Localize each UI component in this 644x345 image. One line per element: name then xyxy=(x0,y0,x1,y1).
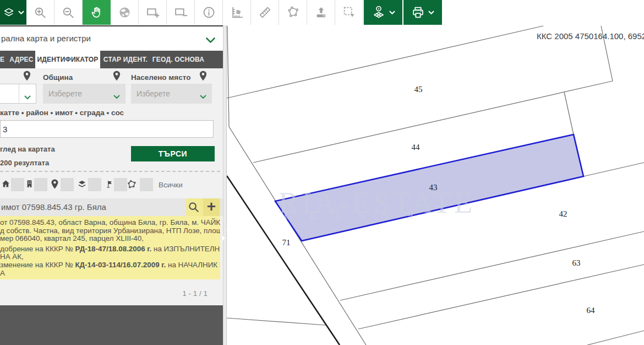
info-line: А xyxy=(0,269,220,278)
area-ruler-icon xyxy=(230,6,244,19)
result-row[interactable]: имот 07598.845.43 гр. Бяла + xyxy=(0,198,223,216)
parcel-label-64: 64 xyxy=(587,306,595,315)
parcel-label-42: 42 xyxy=(559,209,567,219)
chevron-down-icon xyxy=(206,36,215,46)
chevron-down-icon xyxy=(24,92,31,102)
chevron-down-icon xyxy=(200,91,206,101)
pagination: 1 - 1 / 1 xyxy=(182,289,208,298)
map-toolbar xyxy=(0,0,644,26)
tab-identifier[interactable]: ИДЕНТИФИКАТОР xyxy=(35,51,100,68)
search-button[interactable]: ТЪРСИ xyxy=(131,146,215,161)
info-line: д собств. Частна, вид територия Урбанизи… xyxy=(0,227,220,235)
settlement-label: Населено място xyxy=(131,73,190,82)
measure-distance-button[interactable] xyxy=(251,0,279,25)
info-line: мер 066040, квартал 245, парцел XLIII-40… xyxy=(0,235,220,243)
parcel-label-43: 43 xyxy=(429,183,438,192)
identifier-hint-label: катте • район • имот • сграда • сос xyxy=(0,109,124,117)
printer-icon xyxy=(411,6,425,19)
results-limit-label: 200 резултата xyxy=(0,159,49,167)
zoom-window-in-button[interactable] xyxy=(139,0,167,25)
map-view-label: глед на картата xyxy=(0,145,55,153)
filter-checkbox-layers[interactable] xyxy=(88,178,101,191)
panel-header[interactable]: рална карта и регистри xyxy=(0,26,223,51)
tab-geodetic-basis[interactable]: ГЕОД. ОСНОВА xyxy=(152,51,205,68)
settlement-placeholder: Изберете xyxy=(137,84,170,104)
layers-icon xyxy=(3,7,15,19)
map-viewport[interactable]: RIA-ESTATE C E 1 9 9 9 ККС 2005 4750164.… xyxy=(227,25,644,345)
magnifier-minus-icon xyxy=(62,6,75,19)
filter-checkbox-polygon[interactable] xyxy=(140,178,153,191)
upload-icon xyxy=(314,6,328,19)
layers-info-menu-button[interactable] xyxy=(364,0,402,25)
pin-icon xyxy=(51,179,59,191)
zoom-out-button[interactable] xyxy=(54,0,83,25)
full-extent-button[interactable] xyxy=(111,0,139,25)
zoom-in-button[interactable] xyxy=(26,0,54,25)
measure-area-button[interactable] xyxy=(223,0,251,25)
info-line: НА АК, xyxy=(0,253,220,261)
tab-partial[interactable]: Е xyxy=(0,51,8,68)
result-info-box[interactable]: от 07598.845.43, област Варна, община Бя… xyxy=(0,216,220,279)
chevron-down-icon xyxy=(389,10,395,15)
chevron-down-icon xyxy=(18,10,24,15)
tab-address[interactable]: АДРЕС xyxy=(8,51,35,68)
chevron-down-icon xyxy=(113,91,120,101)
filter-checkbox-pin[interactable] xyxy=(61,178,74,191)
ruler-icon xyxy=(258,6,272,19)
globe-icon xyxy=(118,6,132,19)
parcel-label-63: 63 xyxy=(572,258,581,268)
add-icon[interactable]: + xyxy=(203,198,220,216)
chevron-down-icon xyxy=(428,10,434,15)
select-region-button[interactable] xyxy=(335,0,363,25)
rect-minus-icon xyxy=(174,6,188,19)
filter-checkbox-home[interactable] xyxy=(11,178,24,191)
filter-checkbox-flag[interactable] xyxy=(114,178,127,191)
map-coordinates-label: ККС 2005 4750164.100, 6952 xyxy=(537,31,644,41)
identify-button[interactable] xyxy=(195,0,223,25)
search-panel: рална карта и регистри Е АДРЕС ИДЕНТИФИК… xyxy=(0,25,223,345)
magnifier-plus-icon xyxy=(34,6,47,19)
flag-icon xyxy=(106,179,114,191)
map-pin-icon xyxy=(199,71,207,83)
parcel-label-45: 45 xyxy=(414,85,423,94)
building-icon xyxy=(25,179,34,191)
info-line: от 07598.845.43, област Варна, община Бя… xyxy=(0,219,220,227)
panel-collapse-handle[interactable] xyxy=(223,25,227,345)
info-layers-icon xyxy=(372,6,386,20)
search-icon[interactable] xyxy=(188,201,200,216)
info-circle-icon xyxy=(202,6,216,19)
hand-icon xyxy=(90,6,103,19)
municipality-placeholder: Изберете xyxy=(48,84,82,104)
identifier-input[interactable] xyxy=(0,120,214,138)
municipality-label: Община xyxy=(43,73,73,82)
panel-title: рална карта и регистри xyxy=(1,26,91,51)
home-icon xyxy=(1,179,10,191)
pan-button[interactable] xyxy=(83,0,111,25)
result-title: имот 07598.845.43 гр. Бяла xyxy=(1,198,106,216)
zoom-window-out-button[interactable] xyxy=(167,0,195,25)
info-line: зменение на КККР № КД-14-03-114/16.07.20… xyxy=(0,261,220,269)
polygon-icon xyxy=(286,6,300,19)
layers-icon xyxy=(77,179,87,191)
layers-menu-button[interactable] xyxy=(0,0,26,25)
tab-old-identifier[interactable]: СТАР ИДЕНТ. xyxy=(103,51,148,68)
search-tabs: Е АДРЕС ИДЕНТИФИКАТОР СТАР ИДЕНТ. ГЕОД. … xyxy=(0,51,223,68)
export-button[interactable] xyxy=(307,0,335,25)
measure-polygon-button[interactable] xyxy=(279,0,307,25)
info-line: добрение на КККР № РД-18-47/18.08.2006 г… xyxy=(0,245,220,254)
settlement-select[interactable]: Изберете xyxy=(131,84,212,104)
result-actions: + xyxy=(186,198,220,216)
municipality-select[interactable]: Изберете xyxy=(43,84,125,104)
map-pin-icon xyxy=(23,71,31,83)
print-menu-button[interactable] xyxy=(403,0,442,25)
filter-checkbox-building[interactable] xyxy=(34,178,47,191)
panel-footer xyxy=(0,305,223,345)
selection-cursor-icon xyxy=(342,6,356,19)
map-pin-icon xyxy=(113,71,121,83)
region-select[interactable] xyxy=(0,84,36,104)
parcel-label-44: 44 xyxy=(412,143,420,152)
parcel-label-71: 71 xyxy=(282,238,291,247)
app-window: рална карта и регистри Е АДРЕС ИДЕНТИФИК… xyxy=(0,0,644,345)
filter-all-label: Всички xyxy=(159,181,183,189)
rect-plus-icon xyxy=(146,6,160,19)
